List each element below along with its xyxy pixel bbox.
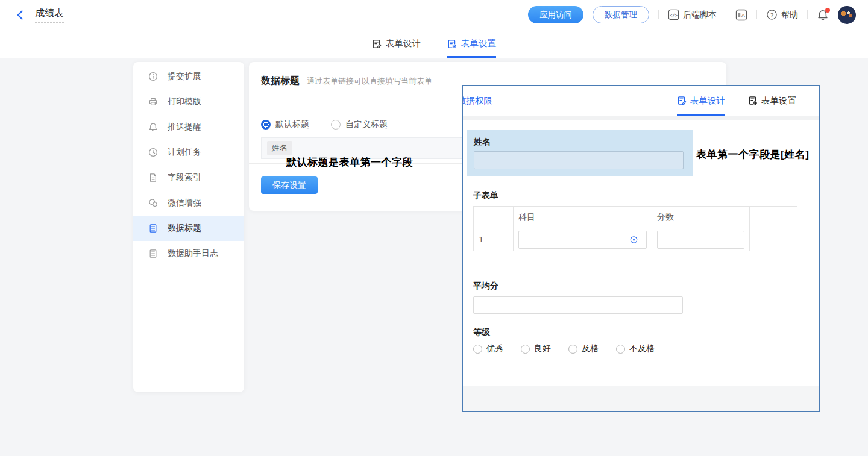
sidebar-item-label: 计划任务 <box>168 147 201 158</box>
panel-subtitle: 通过表单链接可以直接填写当前表单 <box>307 76 432 87</box>
sidebar-item-label: 提交扩展 <box>168 71 201 82</box>
doc-gear-icon <box>748 96 758 105</box>
circled-dot-icon[interactable] <box>629 235 638 244</box>
svg-text:</>: </> <box>670 13 678 18</box>
grade-radio-group: 优秀 良好 及格 不及格 <box>473 343 655 354</box>
api-docs-button[interactable]: A <box>735 9 747 21</box>
name-field-highlight: 姓名 <box>467 130 693 176</box>
topbar-left: 成绩表 <box>14 7 64 23</box>
data-manage-button[interactable]: 数据管理 <box>593 6 649 23</box>
panel-title: 数据标题 <box>261 75 300 87</box>
subject-input-wrap <box>518 231 647 249</box>
tab-form-settings[interactable]: 表单设置 <box>447 30 496 58</box>
wechat-icon <box>148 198 158 208</box>
app-access-button[interactable]: 应用访问 <box>528 6 583 23</box>
sidebar-item-label: 字段索引 <box>168 172 201 183</box>
user-avatar[interactable] <box>838 6 856 24</box>
overlay-header-divider <box>463 116 819 120</box>
overlay-tabbar: 表单设计 表单设置 <box>677 86 796 116</box>
help-label: 帮助 <box>781 10 798 20</box>
notification-badge <box>825 8 830 13</box>
sidebar-item-data-title[interactable]: 数据标题 <box>133 216 244 241</box>
clock-icon <box>148 148 158 157</box>
divider <box>658 10 659 19</box>
overlay-footer <box>463 386 819 411</box>
subform-header-score: 分数 <box>652 207 750 228</box>
tab-form-design[interactable]: 表单设计 <box>372 30 421 58</box>
radio-unselected-icon <box>568 345 577 354</box>
radio-unselected-icon <box>521 345 530 354</box>
svg-text:A: A <box>741 11 746 18</box>
sidebar-item-label: 推送提醒 <box>168 122 201 133</box>
list-doc-icon <box>148 223 158 233</box>
topbar: 成绩表 应用访问 数据管理 </> 后端脚本 A ? <box>0 0 868 30</box>
save-settings-button[interactable]: 保存设置 <box>261 176 318 194</box>
average-input[interactable] <box>473 296 683 314</box>
sidebar-item-label: 打印模版 <box>168 96 201 107</box>
tab-label: 表单设计 <box>690 95 725 107</box>
info-icon <box>148 72 158 81</box>
average-label: 平均分 <box>473 281 498 292</box>
tab-label: 表单设置 <box>461 38 496 49</box>
sidebar-item-field-index[interactable]: 字段索引 <box>133 165 244 190</box>
name-field-label: 姓名 <box>474 137 491 148</box>
divider <box>726 10 726 19</box>
grade-option-label: 优秀 <box>486 343 503 354</box>
radio-custom-title[interactable]: 自定义标题 <box>331 119 388 130</box>
api-docs-icon: A <box>735 9 747 21</box>
backend-script-button[interactable]: </> 后端脚本 <box>668 9 717 20</box>
notifications-button[interactable] <box>817 9 829 21</box>
list-doc-icon <box>148 249 158 258</box>
subform-header-cell <box>750 207 797 228</box>
doc-pencil-icon <box>372 39 382 49</box>
radio-unselected-icon <box>616 345 625 354</box>
bell-icon <box>148 122 158 132</box>
radio-unselected-icon <box>473 345 482 354</box>
annotation-default-title: 默认标题是表单第一个字段 <box>286 155 413 169</box>
sidebar-item-data-assistant-log[interactable]: 数据助手日志 <box>133 241 244 266</box>
tab-label: 表单设计 <box>386 38 421 49</box>
subform-header-row: 科目 分数 <box>474 207 797 228</box>
doc-gear-icon <box>447 39 457 49</box>
grade-option-label: 不及格 <box>629 343 655 354</box>
sidebar-item-push-reminder[interactable]: 推送提醒 <box>133 114 244 140</box>
backend-script-label: 后端脚本 <box>683 10 717 20</box>
back-button[interactable] <box>14 9 27 21</box>
grade-option-fail[interactable]: 不及格 <box>616 343 655 354</box>
code-icon: </> <box>668 9 679 20</box>
help-button[interactable]: ? 帮助 <box>766 9 798 20</box>
row-index: 1 <box>474 228 514 251</box>
grade-option-excellent[interactable]: 优秀 <box>473 343 503 354</box>
grade-option-label: 及格 <box>582 343 599 354</box>
subject-input[interactable] <box>518 231 647 249</box>
subform-header-cell <box>474 207 514 228</box>
grade-option-good[interactable]: 良好 <box>521 343 551 354</box>
form-tabbar: 表单设计 表单设置 <box>0 30 868 58</box>
page-title[interactable]: 成绩表 <box>35 7 64 23</box>
settings-sidebar: 提交扩展 打印模版 推送提醒 计划任务 字段索引 微信增强 数据标题 数据助手 <box>133 62 244 392</box>
sidebar-item-wechat-enhance[interactable]: 微信增强 <box>133 190 244 216</box>
grade-option-label: 良好 <box>534 343 551 354</box>
empty-cell <box>750 228 797 251</box>
sidebar-item-print-template[interactable]: 打印模版 <box>133 89 244 114</box>
help-icon: ? <box>766 9 778 20</box>
sidebar-item-submit-extension[interactable]: 提交扩展 <box>133 64 244 89</box>
radio-default-title[interactable]: 默认标题 <box>261 119 309 130</box>
overlay-tab-form-settings[interactable]: 表单设置 <box>748 86 796 116</box>
sidebar-item-label: 数据助手日志 <box>168 248 218 259</box>
overlay-tab-form-design[interactable]: 表单设计 <box>677 86 725 116</box>
form-preview-overlay: 数据权限 表单设计 表单设置 姓名 <box>462 85 820 412</box>
radio-selected-icon <box>261 120 271 130</box>
sidebar-item-scheduled-task[interactable]: 计划任务 <box>133 140 244 165</box>
data-permission-link[interactable]: 数据权限 <box>462 95 492 107</box>
topbar-right: 应用访问 数据管理 </> 后端脚本 A ? 帮助 <box>528 6 856 24</box>
radio-label: 自定义标题 <box>345 119 388 130</box>
annotation-first-field: 表单第一个字段是[姓名] <box>696 148 809 161</box>
svg-text:?: ? <box>770 11 774 18</box>
subform-header-subject: 科目 <box>514 207 652 228</box>
grade-option-pass[interactable]: 及格 <box>568 343 599 354</box>
name-field-input[interactable] <box>474 151 684 169</box>
score-input[interactable] <box>657 231 744 249</box>
sidebar-item-label: 微信增强 <box>168 198 201 208</box>
chevron-left-icon <box>14 9 27 21</box>
